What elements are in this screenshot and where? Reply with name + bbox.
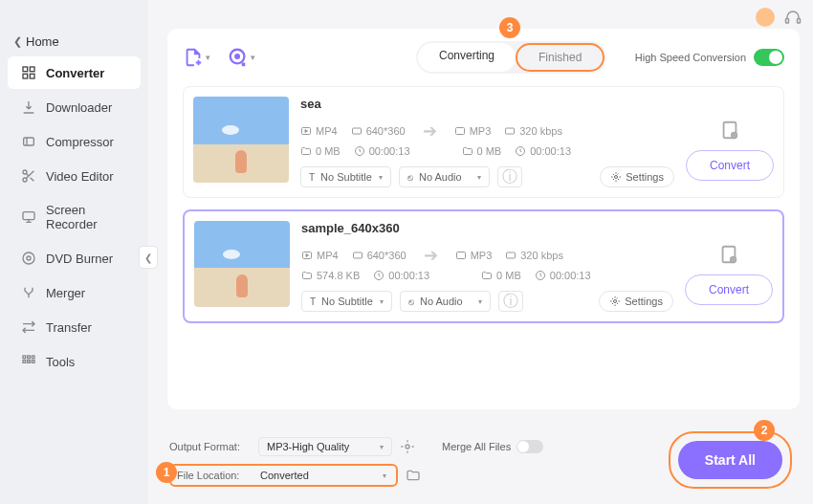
grid-icon [21,65,36,80]
add-disc-button[interactable]: ▾ [228,47,255,68]
chevron-down-icon: ▾ [206,53,210,62]
download-icon [21,99,36,115]
clock-icon [373,270,385,281]
sidebar-item-label: Video Editor [46,169,114,184]
scissors-icon [21,168,36,184]
content-card: 3 ▾ ▾ Converting Finished High Speed Con… [167,29,800,409]
sidebar-item-converter[interactable]: Converter [8,56,141,89]
gear-icon [609,296,621,307]
video-icon [300,125,312,137]
bitrate-icon [504,125,516,137]
callout-2: 2 [754,420,775,441]
file-specs: MP4 640*360 ➔ MP3 320 kbps [300,121,674,142]
folder-open-icon[interactable] [406,468,421,483]
arrow-right-icon: ➔ [420,245,442,266]
output-format-icon[interactable] [718,244,739,265]
sidebar-collapse-button[interactable]: ❮ [139,246,158,269]
svg-rect-12 [32,356,34,359]
start-all-button[interactable]: Start All [678,441,782,479]
merge-icon [21,285,36,300]
settings-button[interactable]: Settings [599,291,673,312]
svg-rect-10 [23,356,26,359]
sidebar-item-label: Screen Recorder [46,203,127,231]
file-title: sea [300,97,674,111]
svg-rect-4 [24,138,34,145]
home-link[interactable]: ❮ Home [0,29,148,55]
compress-icon [21,134,36,149]
start-all-highlight: 2 Start All [669,431,792,489]
audio-select[interactable]: ⎋No Audio▾ [399,166,490,187]
svg-rect-2 [23,74,28,78]
file-card[interactable]: sample_640x360 MP4 640*360 ➔ MP3 320 kbp… [183,209,784,323]
output-format-icon[interactable] [719,120,740,141]
folder-icon [481,270,493,281]
convert-button[interactable]: Convert [685,274,773,305]
main-panel: ❮ 3 ▾ ▾ Converting Finished High Speed C… [148,0,813,504]
svg-rect-11 [28,356,31,359]
svg-point-8 [23,252,34,264]
sidebar-item-label: Compressor [46,135,114,149]
sidebar-item-dvd-burner[interactable]: DVD Burner [8,242,141,274]
bitrate-icon [505,250,516,261]
file-specs: MP4 640*360 ➔ MP3 320 kbps [301,245,673,266]
sidebar-item-label: Merger [46,286,85,300]
resolution-icon [351,125,363,137]
folder-icon [301,270,313,281]
sidebar-item-transfer[interactable]: Transfer [8,311,141,343]
gear-icon [610,171,622,183]
file-specs-row2: 0 MB 00:00:13 0 MB 00:00:13 [300,145,674,157]
svg-point-38 [406,445,409,449]
file-location-label: File Location: [177,470,249,481]
gear-icon[interactable] [400,439,415,454]
file-location-highlight: File Location: Converted▾ [169,464,398,487]
high-speed-label: High Speed Conversion [635,52,746,63]
add-file-button[interactable]: ▾ [183,47,210,68]
sidebar-item-screen-recorder[interactable]: Screen Recorder [8,194,141,240]
video-thumbnail[interactable] [193,97,289,183]
svg-point-26 [615,176,618,179]
toolbar: ▾ ▾ Converting Finished High Speed Conve… [183,40,784,75]
high-speed-toggle[interactable] [754,49,784,66]
sidebar-item-label: Converter [46,66,104,80]
sidebar-item-merger[interactable]: Merger [8,276,141,309]
tab-converting[interactable]: Converting [418,43,516,72]
svg-point-35 [614,300,617,303]
sidebar-item-tools[interactable]: Tools [8,345,141,378]
file-actions: Convert [686,97,774,187]
subtitle-select[interactable]: TNo Subtitle▾ [301,291,392,312]
output-format-select[interactable]: MP3-High Quality▾ [258,437,392,456]
avatar-icon[interactable] [756,8,775,27]
file-location-select[interactable]: Converted▾ [256,468,390,483]
sidebar-item-compressor[interactable]: Compressor [8,125,141,158]
subtitle-select[interactable]: TNo Subtitle▾ [300,166,391,187]
home-label: Home [26,34,59,49]
callout-3: 3 [499,17,520,38]
monitor-icon [21,209,36,225]
convert-button[interactable]: Convert [686,150,774,181]
svg-rect-17 [798,19,801,24]
merge-toggle[interactable] [516,440,543,453]
info-button[interactable]: ⓘ [497,166,522,187]
file-body: sample_640x360 MP4 640*360 ➔ MP3 320 kbp… [301,221,673,312]
tab-finished[interactable]: Finished [516,43,604,72]
svg-point-9 [27,256,31,260]
support-icon[interactable] [784,9,802,26]
video-thumbnail[interactable] [194,221,290,307]
file-card[interactable]: sea MP4 640*360 ➔ MP3 320 kbps 0 MB 00:0… [183,86,784,198]
audio-select[interactable]: ⎋No Audio▾ [400,291,491,312]
add-file-icon [183,47,204,68]
svg-rect-13 [23,361,26,363]
file-body: sea MP4 640*360 ➔ MP3 320 kbps 0 MB 00:0… [300,97,674,187]
video-icon [301,250,313,261]
settings-button[interactable]: Settings [600,166,674,187]
tab-group: Converting Finished [416,41,606,74]
info-button[interactable]: ⓘ [498,291,523,312]
svg-rect-31 [456,252,465,259]
sidebar-item-video-editor[interactable]: Video Editor [8,160,141,192]
svg-point-19 [235,55,239,58]
sidebar-item-downloader[interactable]: Downloader [8,91,141,123]
sidebar: ❮ Home Converter Downloader Compressor V… [0,0,148,504]
top-right-bar [756,8,802,27]
svg-rect-0 [23,67,28,72]
svg-rect-15 [32,361,34,363]
